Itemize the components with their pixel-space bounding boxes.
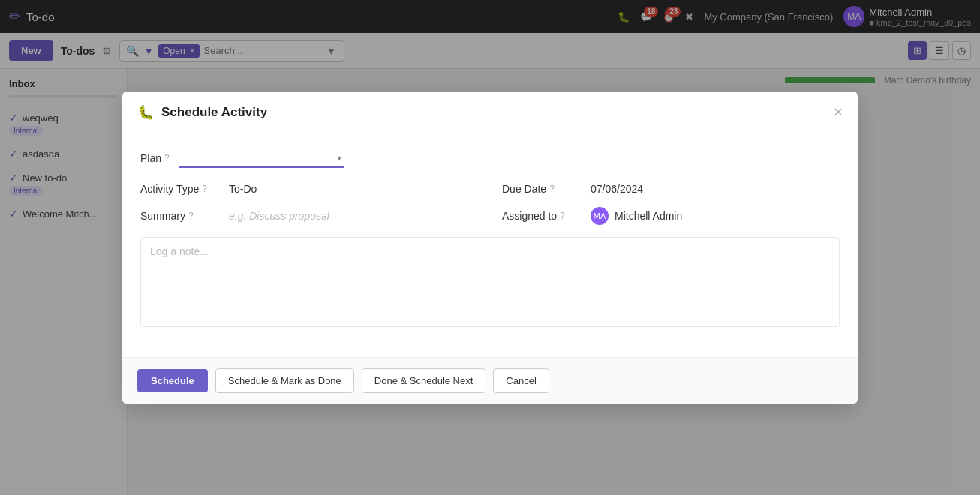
schedule-activity-modal: 🐛 Schedule Activity × Plan ? ▾ [122, 92, 858, 404]
due-date-field: Due Date ? 07/06/2024 [502, 183, 840, 195]
summary-input[interactable] [229, 210, 478, 222]
due-date-value[interactable]: 07/06/2024 [591, 183, 643, 195]
assigned-help-icon: ? [560, 211, 565, 221]
due-date-label: Due Date ? [502, 183, 585, 195]
modal-header-icon: 🐛 [137, 104, 154, 121]
assigned-to-label: Assigned to ? [502, 210, 585, 222]
activity-type-help-icon: ? [202, 184, 207, 194]
assigned-to-row: MA Mitchell Admin [591, 207, 682, 225]
activity-type-label: Activity Type ? [140, 183, 223, 195]
modal-footer: Schedule Schedule & Mark as Done Done & … [122, 357, 858, 404]
plan-select[interactable] [179, 148, 344, 168]
summary-help-icon: ? [188, 211, 194, 221]
schedule-button[interactable]: Schedule [137, 369, 208, 392]
assigned-avatar: MA [591, 207, 609, 225]
plan-row: Plan ? ▾ [140, 148, 840, 168]
modal-close-button[interactable]: × [834, 104, 843, 121]
form-grid: Activity Type ? To-Do Due Date ? 07/06/2… [140, 183, 840, 225]
note-placeholder: Log a note... [150, 245, 209, 257]
summary-field: Summary ? [140, 207, 478, 225]
cancel-button[interactable]: Cancel [493, 368, 549, 393]
due-date-help-icon: ? [549, 184, 555, 194]
note-area[interactable]: Log a note... [140, 237, 840, 327]
assigned-to-field: Assigned to ? MA Mitchell Admin [502, 207, 840, 225]
activity-type-field: Activity Type ? To-Do [140, 183, 478, 195]
done-schedule-next-button[interactable]: Done & Schedule Next [362, 368, 486, 393]
plan-select-wrapper: ▾ [179, 148, 344, 168]
plan-label: Plan ? [140, 152, 170, 164]
activity-type-value[interactable]: To-Do [229, 183, 257, 195]
modal-header: 🐛 Schedule Activity × [122, 92, 858, 134]
assigned-to-value[interactable]: Mitchell Admin [615, 210, 682, 222]
modal-body: Plan ? ▾ Activity Type ? [122, 134, 858, 357]
summary-label: Summary ? [140, 210, 223, 222]
modal-title: Schedule Activity [161, 105, 267, 120]
modal-overlay: 🐛 Schedule Activity × Plan ? ▾ [0, 0, 980, 495]
plan-help-icon: ? [164, 153, 170, 164]
schedule-mark-done-button[interactable]: Schedule & Mark as Done [215, 368, 354, 393]
